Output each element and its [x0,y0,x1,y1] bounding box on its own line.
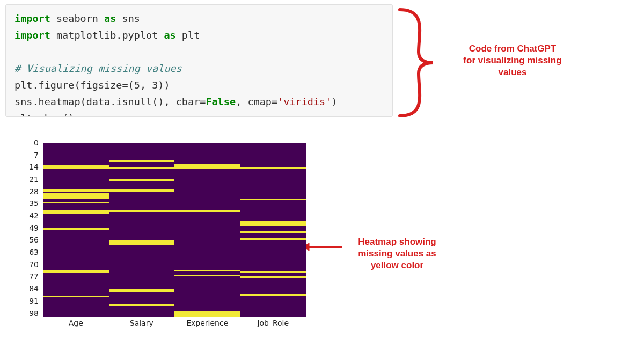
missing-cell [240,199,306,200]
kw-as: as [164,30,175,41]
code-text: , cmap= [236,96,277,107]
missing-cell [240,231,306,233]
annotation-line: Heatmap showing [343,236,451,248]
heatmap-column [109,143,175,317]
y-tick-label: 0 [17,138,39,147]
annotation-heatmap: Heatmap showing missing values as yellow… [343,236,451,271]
annotation-line: yellow color [343,260,451,271]
missing-values-heatmap: 0714212835424956637077849198AgeSalaryExp… [16,139,317,333]
heatmap-column [174,143,240,317]
code-block: import seaborn as sns import matplotlib.… [5,4,393,117]
heatmap-column [240,143,306,317]
missing-cell [174,270,240,271]
y-tick-label: 63 [17,248,39,256]
kw-import: import [14,13,50,24]
code-text: sns [116,13,140,24]
missing-cell [109,304,175,306]
missing-cell [109,210,175,212]
code-text: seaborn [50,13,104,24]
brace-icon [394,6,448,119]
y-tick-label: 28 [17,187,39,196]
missing-cell [174,167,240,168]
missing-cell [43,212,109,214]
x-tick-label: Job_Role [240,319,306,327]
missing-cell [109,244,175,245]
code-text: ) [331,96,337,107]
missing-cell [240,224,306,226]
y-tick-label: 77 [17,272,39,281]
missing-cell [43,296,109,297]
x-tick-label: Salary [109,319,175,327]
annotation-code-source: Code from ChatGPT for visualizing missin… [456,43,569,78]
x-tick-label: Experience [174,319,240,327]
heatmap-column [43,143,109,317]
missing-cell [240,271,306,273]
missing-cell [174,210,240,212]
missing-cell [109,179,175,181]
missing-cell [43,189,109,191]
missing-cell [109,290,175,292]
y-tick-label: 7 [17,151,39,159]
annotation-line: missing values as [343,248,451,260]
missing-cell [43,202,109,203]
code-text: plt.show() [14,113,74,117]
missing-cell [109,160,175,161]
missing-cell [174,275,240,276]
code-text: sns.heatmap(data.isnull(), cbar= [14,96,206,107]
missing-cell [109,189,175,191]
kw-as: as [104,13,116,24]
y-tick-label: 35 [17,199,39,208]
missing-cell [240,276,306,278]
kw-false: False [206,96,236,107]
y-tick-label: 42 [17,211,39,220]
missing-cell [43,228,109,230]
code-comment: # Visualizing missing values [14,63,182,74]
x-tick-label: Age [43,319,109,327]
missing-cell [43,271,109,273]
missing-cell [240,167,306,168]
y-tick-label: 70 [17,260,39,269]
str-literal: 'viridis' [277,96,331,107]
missing-cell [240,238,306,240]
y-tick-label: 84 [17,284,39,293]
y-tick-label: 21 [17,175,39,183]
code-text: matplotlib.pyplot [50,30,164,41]
missing-cell [174,315,240,317]
missing-cell [43,167,109,168]
annotation-line: for visualizing missing [456,55,569,67]
y-tick-label: 49 [17,224,39,232]
kw-import: import [14,30,50,41]
missing-cell [109,167,175,168]
missing-cell [240,294,306,296]
y-tick-label: 14 [17,163,39,171]
heatmap-canvas [43,143,306,317]
y-tick-label: 56 [17,236,39,244]
y-tick-label: 98 [17,309,39,318]
y-tick-label: 91 [17,297,39,305]
code-text: plt [176,30,200,41]
missing-cell [43,196,109,198]
annotation-line: values [456,67,569,78]
code-text: plt.figure(figsize=(5, 3)) [14,79,170,91]
annotation-line: Code from ChatGPT [456,43,569,55]
